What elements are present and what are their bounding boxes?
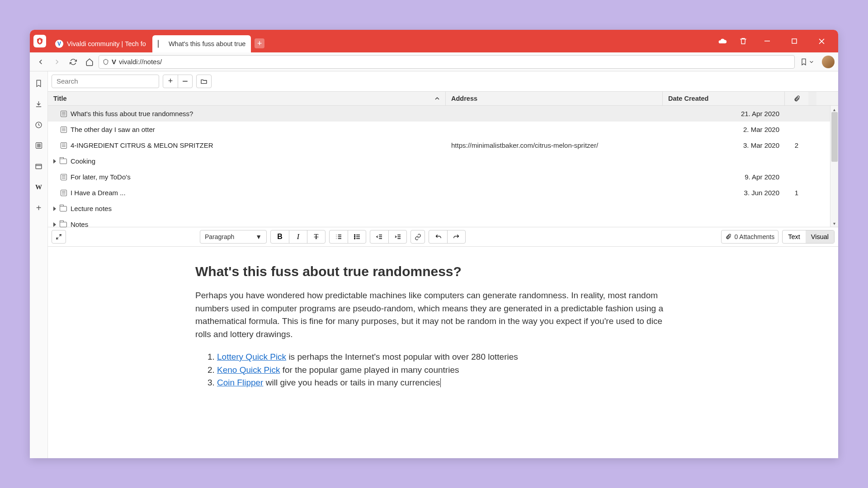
notes-folder-row[interactable]: Notes xyxy=(48,216,838,232)
chevron-down-icon xyxy=(809,60,814,64)
note-icon xyxy=(61,127,67,133)
scroll-thumb[interactable] xyxy=(831,112,838,162)
home-button[interactable] xyxy=(82,55,97,69)
reload-button[interactable] xyxy=(66,55,80,69)
notes-folder-row[interactable]: Cooking xyxy=(48,153,838,169)
new-tab-button[interactable]: + xyxy=(255,38,264,48)
row-date-text: 2. Mar 2020 xyxy=(663,126,785,133)
note-link[interactable]: Lottery Quick Pick xyxy=(217,352,286,361)
column-address[interactable]: Address xyxy=(446,92,663,105)
wikipedia-icon[interactable]: W xyxy=(33,182,44,192)
scroll-up-icon[interactable]: ▴ xyxy=(831,107,837,112)
notes-toolbar: + − xyxy=(48,71,838,91)
notes-row[interactable]: What's this fuss about true randomness?2… xyxy=(48,106,838,122)
tab-label: Vivaldi community | Tech fo xyxy=(67,40,146,47)
expand-caret-icon[interactable] xyxy=(53,159,56,164)
notes-row[interactable]: For later, my ToDo's9. Apr 2020 xyxy=(48,169,838,185)
vivaldi-logo[interactable] xyxy=(33,35,46,47)
close-button[interactable] xyxy=(808,31,835,51)
row-date-text: 3. Mar 2020 xyxy=(663,141,785,149)
row-title-text: Notes xyxy=(71,221,88,228)
downloads-panel-icon[interactable] xyxy=(33,99,44,109)
editor-content[interactable]: What's this fuss about true randomness? … xyxy=(48,247,838,458)
url-field[interactable]: V vivaldi://notes/ xyxy=(99,55,795,69)
list-item: Lottery Quick Pick is perhaps the Intern… xyxy=(217,351,675,364)
outdent-button[interactable] xyxy=(370,230,388,243)
notes-panel: + − Title Address Date Created xyxy=(48,71,838,458)
svg-rect-1 xyxy=(792,39,797,43)
browser-window: V Vivaldi community | Tech fo What's thi… xyxy=(30,30,838,458)
scroll-down-icon[interactable]: ▾ xyxy=(831,221,837,226)
folder-icon xyxy=(60,159,67,164)
row-attachments-count: 2 xyxy=(785,141,808,149)
trash-icon[interactable] xyxy=(733,31,753,51)
bookmark-button[interactable] xyxy=(797,58,817,66)
back-button[interactable] xyxy=(33,55,48,69)
row-address-text: https://minimalistbaker.com/citrus-melon… xyxy=(446,141,663,149)
new-folder-button[interactable] xyxy=(196,75,212,88)
redo-button[interactable] xyxy=(447,230,465,243)
sync-cloud-icon[interactable] xyxy=(712,31,732,51)
svg-rect-3 xyxy=(36,164,42,169)
svg-point-4 xyxy=(354,235,355,235)
bold-button[interactable]: B xyxy=(271,230,289,243)
shield-icon xyxy=(103,59,109,65)
unordered-list-button[interactable] xyxy=(348,230,366,243)
chevron-down-icon: ▼ xyxy=(255,233,262,240)
indent-button[interactable] xyxy=(388,230,406,243)
column-title[interactable]: Title xyxy=(48,92,446,105)
row-title-text: 4-INGREDIENT CITRUS & MELON SPRITZER xyxy=(71,141,213,149)
row-title-text: Lecture notes xyxy=(71,205,112,212)
note-link[interactable]: Keno Quick Pick xyxy=(217,365,280,375)
column-attachments[interactable] xyxy=(785,92,808,105)
notes-row[interactable]: 4-INGREDIENT CITRUS & MELON SPRITZERhttp… xyxy=(48,137,838,153)
sort-asc-icon xyxy=(434,96,440,101)
minimize-button[interactable] xyxy=(754,31,780,51)
notes-list: What's this fuss about true randomness?2… xyxy=(48,106,838,232)
note-icon xyxy=(61,111,67,117)
notes-row[interactable]: I Have a Dream ...3. Jun 20201 xyxy=(48,185,838,201)
add-panel-button[interactable]: + xyxy=(33,202,44,213)
row-title-text: What's this fuss about true randomness? xyxy=(71,110,193,117)
paperclip-icon xyxy=(725,234,731,240)
scrollbar[interactable]: ▴ ▾ xyxy=(830,106,838,227)
expand-caret-icon[interactable] xyxy=(53,222,56,227)
undo-button[interactable] xyxy=(429,230,447,243)
folder-icon xyxy=(60,206,67,211)
folder-icon xyxy=(60,222,67,227)
expand-caret-icon[interactable] xyxy=(53,206,56,211)
row-title-text: The other day I saw an otter xyxy=(71,126,155,133)
side-panel: W + xyxy=(30,71,48,458)
remove-note-button[interactable]: − xyxy=(178,75,192,88)
svg-point-5 xyxy=(354,236,355,237)
mode-text-button[interactable]: Text xyxy=(783,230,806,243)
vivaldi-favicon-icon: V xyxy=(55,40,63,48)
row-date-text: 21. Apr 2020 xyxy=(663,110,785,117)
note-heading: What's this fuss about true randomness? xyxy=(195,264,811,279)
url-text: vivaldi://notes/ xyxy=(119,58,162,66)
note-ordered-list: Lottery Quick Pick is perhaps the Intern… xyxy=(195,351,675,389)
strikethrough-button[interactable]: T xyxy=(307,230,325,243)
forward-button[interactable] xyxy=(50,55,64,69)
italic-button[interactable]: I xyxy=(289,230,307,243)
profile-avatar[interactable] xyxy=(822,56,835,68)
bookmarks-panel-icon[interactable] xyxy=(33,78,44,89)
add-note-button[interactable]: + xyxy=(163,75,178,88)
tab-inactive[interactable]: V Vivaldi community | Tech fo xyxy=(50,35,151,52)
notes-folder-row[interactable]: Lecture notes xyxy=(48,201,838,216)
notes-panel-icon[interactable] xyxy=(33,140,44,151)
note-link[interactable]: Coin Flipper xyxy=(217,378,263,387)
tab-active[interactable]: What's this fuss about true xyxy=(152,35,251,52)
row-title-text: For later, my ToDo's xyxy=(71,173,131,181)
window-panel-icon[interactable] xyxy=(33,161,44,172)
ordered-list-button[interactable] xyxy=(330,230,348,243)
mode-visual-button[interactable]: Visual xyxy=(806,230,834,243)
row-title-text: Cooking xyxy=(71,157,95,165)
notes-row[interactable]: The other day I saw an otter2. Mar 2020 xyxy=(48,122,838,137)
addressbar: V vivaldi://notes/ xyxy=(30,52,838,71)
paperclip-icon xyxy=(793,95,800,102)
column-date[interactable]: Date Created xyxy=(663,92,785,105)
history-panel-icon[interactable] xyxy=(33,119,44,130)
search-input[interactable] xyxy=(52,75,159,88)
maximize-button[interactable] xyxy=(781,31,807,51)
